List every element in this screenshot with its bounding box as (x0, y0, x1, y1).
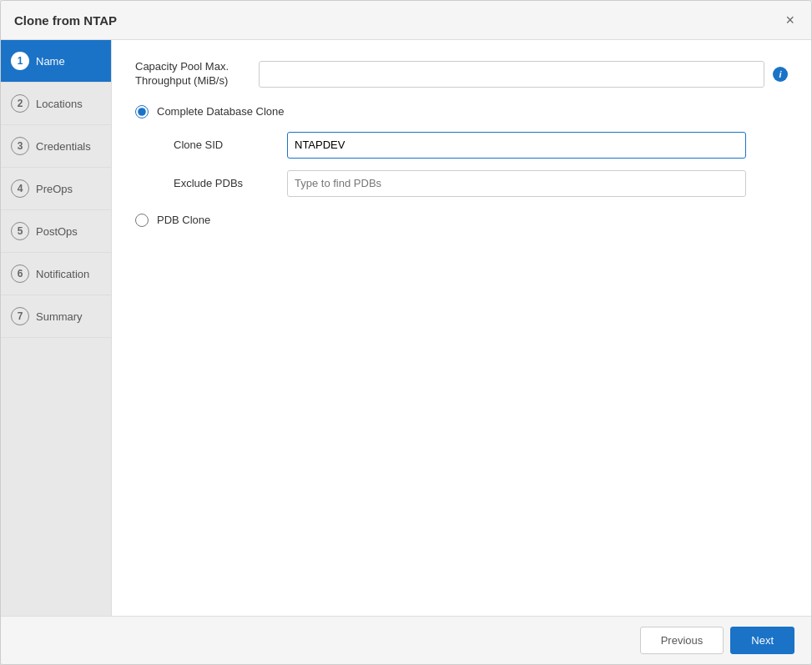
sidebar-label-postops: PostOps (36, 225, 78, 238)
main-content: Capacity Pool Max. Throughput (MiB/s) i … (112, 40, 811, 616)
complete-db-clone-radio-row: Complete Database Clone (135, 105, 788, 118)
exclude-pdbs-row: Exclude PDBs (174, 170, 788, 197)
sidebar-item-preops[interactable]: 4 PreOps (1, 168, 111, 210)
sidebar-item-locations[interactable]: 2 Locations (1, 83, 111, 125)
complete-db-clone-radio[interactable] (135, 105, 149, 118)
clone-dialog: Clone from NTAP × 1 Name 2 Locations 3 C… (0, 0, 812, 665)
dialog-body: 1 Name 2 Locations 3 Credentials 4 PreOp… (1, 40, 811, 616)
previous-button[interactable]: Previous (640, 627, 724, 654)
step-number-3: 3 (11, 137, 29, 155)
dialog-footer: Previous Next (1, 616, 811, 664)
step-number-2: 2 (11, 94, 29, 113)
sidebar-label-notification: Notification (36, 268, 89, 280)
capacity-input[interactable] (259, 61, 764, 88)
sidebar-item-name[interactable]: 1 Name (1, 40, 111, 83)
pdb-clone-radio-row: PDB Clone (135, 214, 788, 227)
sidebar-label-preops: PreOps (36, 183, 73, 195)
step-number-6: 6 (11, 264, 29, 283)
close-button[interactable]: × (782, 11, 798, 29)
clone-sid-row: Clone SID (174, 132, 788, 159)
sidebar-label-locations: Locations (36, 98, 83, 110)
pdb-clone-label[interactable]: PDB Clone (157, 214, 210, 226)
sidebar-item-notification[interactable]: 6 Notification (1, 253, 111, 295)
step-number-1: 1 (11, 52, 29, 70)
sidebar-item-postops[interactable]: 5 PostOps (1, 210, 111, 253)
complete-db-clone-section: Complete Database Clone Clone SID Exclud… (135, 105, 788, 197)
complete-db-clone-subfields: Clone SID Exclude PDBs (174, 132, 788, 197)
capacity-row: Capacity Pool Max. Throughput (MiB/s) i (135, 60, 788, 88)
sidebar-label-credentials: Credentials (36, 140, 91, 153)
pdb-clone-radio[interactable] (135, 214, 149, 227)
sidebar-label-name: Name (36, 55, 65, 68)
dialog-header: Clone from NTAP × (1, 1, 811, 40)
exclude-pdbs-input[interactable] (287, 170, 746, 197)
info-icon[interactable]: i (773, 67, 788, 82)
step-number-7: 7 (11, 307, 29, 325)
exclude-pdbs-label: Exclude PDBs (174, 177, 274, 189)
dialog-title: Clone from NTAP (14, 13, 117, 28)
clone-sid-input[interactable] (287, 132, 746, 159)
step-number-5: 5 (11, 222, 29, 240)
sidebar-item-summary[interactable]: 7 Summary (1, 295, 111, 338)
next-button[interactable]: Next (730, 627, 794, 654)
sidebar-item-credentials[interactable]: 3 Credentials (1, 125, 111, 168)
sidebar-label-summary: Summary (36, 310, 83, 323)
complete-db-clone-label[interactable]: Complete Database Clone (157, 105, 284, 118)
capacity-label: Capacity Pool Max. Throughput (MiB/s) (135, 60, 250, 88)
sidebar: 1 Name 2 Locations 3 Credentials 4 PreOp… (1, 40, 112, 616)
clone-sid-label: Clone SID (174, 139, 274, 151)
step-number-4: 4 (11, 179, 29, 198)
